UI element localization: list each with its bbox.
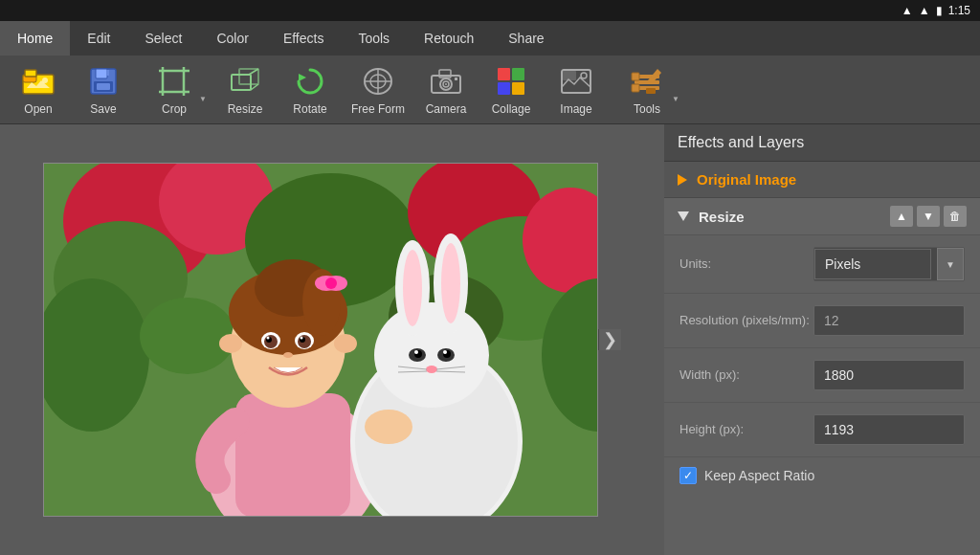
svg-rect-33 [498, 68, 510, 80]
image-button[interactable]: Image [544, 59, 609, 121]
svg-rect-34 [512, 68, 524, 80]
height-row: Height (px): 1193 [664, 403, 980, 457]
save-button[interactable]: Save [71, 59, 136, 121]
menu-item-edit[interactable]: Edit [70, 21, 127, 56]
svg-rect-36 [512, 82, 524, 95]
collapse-resize-icon [678, 211, 689, 221]
image-container [43, 163, 598, 517]
svg-point-73 [267, 337, 270, 340]
photo-display [44, 164, 597, 516]
save-icon [86, 64, 121, 99]
crop-icon [157, 64, 191, 99]
svg-point-90 [443, 350, 447, 354]
svg-rect-40 [635, 80, 659, 84]
svg-rect-31 [455, 78, 457, 80]
svg-rect-45 [646, 88, 656, 94]
status-bar: ▲ ▲ ▮ 1:15 [0, 0, 980, 21]
rotate-icon [293, 64, 327, 99]
open-button[interactable]: Open [6, 59, 71, 121]
svg-point-91 [426, 366, 437, 373]
svg-point-66 [325, 278, 337, 289]
crop-button[interactable]: Crop ▼ [136, 59, 212, 121]
menu-item-select[interactable]: Select [127, 21, 199, 56]
collage-button[interactable]: Collage [479, 59, 544, 121]
svg-rect-43 [632, 73, 639, 80]
tools-dropdown-arrow: ▼ [672, 95, 679, 103]
svg-rect-59 [235, 393, 350, 517]
keep-aspect-ratio-checkbox[interactable]: ✓ [679, 467, 697, 484]
camera-icon [429, 64, 463, 99]
panel-title: Effects and Layers [664, 124, 980, 162]
resize-controls: ▲ ▼ 🗑 [890, 206, 967, 227]
keep-aspect-ratio-row[interactable]: ✓ Keep Aspect Ratio [664, 457, 980, 494]
resize-icon [228, 64, 262, 99]
svg-rect-35 [498, 82, 510, 95]
svg-rect-8 [106, 70, 109, 76]
height-input-container[interactable]: 1193 [813, 414, 965, 445]
resize-button[interactable]: Resize [212, 59, 278, 121]
freeform-icon [361, 64, 395, 99]
resolution-label: Resolution (pixels/mm): [679, 313, 813, 329]
menu-item-retouch[interactable]: Retouch [407, 21, 491, 56]
toolbar: Open Save [0, 56, 980, 124]
status-icons: ▲ ▲ ▮ 1:15 [902, 4, 970, 17]
resize-section-title: Resize [699, 209, 890, 225]
menu-item-share[interactable]: Share [491, 21, 561, 56]
collapse-chevron-icon: ❯ [603, 329, 617, 350]
freeform-button[interactable]: Free Form [343, 59, 413, 121]
open-icon [21, 64, 56, 99]
svg-point-38 [581, 73, 587, 78]
svg-rect-9 [163, 71, 184, 92]
tools-icon [630, 64, 664, 99]
main-content: ❯ Effects and Layers Original Image Resi… [0, 124, 980, 555]
svg-rect-7 [97, 83, 110, 90]
resolution-value-container[interactable]: 12 [813, 305, 965, 336]
svg-rect-5 [96, 69, 107, 78]
units-value: Pixels [814, 249, 931, 279]
wifi-icon: ▲ [919, 4, 930, 17]
svg-point-77 [334, 334, 357, 353]
resolution-value: 12 [824, 313, 839, 328]
width-input-container[interactable]: 1880 [813, 360, 965, 390]
collage-icon [494, 64, 528, 99]
height-value: 1193 [824, 422, 854, 437]
right-panel: Effects and Layers Original Image Resize… [664, 124, 980, 555]
resize-section: Resize ▲ ▼ 🗑 Units: Pixels ▼ Resolution … [664, 198, 980, 555]
menu-item-tools[interactable]: Tools [341, 21, 407, 56]
units-row: Units: Pixels ▼ [664, 235, 980, 294]
width-value: 1880 [824, 367, 854, 383]
svg-point-96 [365, 410, 412, 444]
svg-point-83 [403, 250, 422, 326]
svg-rect-18 [232, 75, 251, 90]
svg-point-75 [283, 352, 293, 358]
checkmark-icon: ✓ [683, 469, 693, 482]
svg-point-80 [374, 302, 489, 408]
tools-button[interactable]: Tools ▼ [609, 59, 685, 121]
rotate-button[interactable]: Rotate [278, 59, 343, 121]
menu-item-effects[interactable]: Effects [266, 21, 342, 56]
time-display: 1:15 [948, 4, 970, 17]
units-dropdown-button[interactable]: ▼ [937, 248, 964, 280]
svg-point-76 [219, 334, 242, 353]
svg-rect-2 [25, 70, 36, 77]
move-up-button[interactable]: ▲ [890, 206, 913, 227]
original-image-label: Original Image [697, 171, 796, 188]
svg-rect-39 [563, 71, 576, 80]
crop-dropdown-arrow: ▼ [199, 95, 207, 103]
canvas-area: ❯ [0, 124, 664, 555]
svg-point-3 [42, 78, 48, 83]
camera-button[interactable]: Camera [413, 59, 479, 121]
menu-item-color[interactable]: Color [199, 21, 265, 56]
original-image-row[interactable]: Original Image [664, 162, 980, 198]
svg-point-74 [301, 337, 303, 340]
panel-collapse-handle[interactable]: ❯ [598, 329, 621, 350]
units-select[interactable]: Pixels ▼ [813, 247, 965, 281]
keep-aspect-ratio-label: Keep Aspect Ratio [704, 468, 814, 483]
svg-point-56 [140, 298, 235, 374]
image-icon [559, 64, 593, 99]
menu-item-home[interactable]: Home [0, 21, 70, 56]
delete-button[interactable]: 🗑 [944, 206, 967, 227]
move-down-button[interactable]: ▼ [917, 206, 940, 227]
units-label: Units: [679, 256, 813, 273]
width-label: Width (px): [679, 367, 813, 384]
